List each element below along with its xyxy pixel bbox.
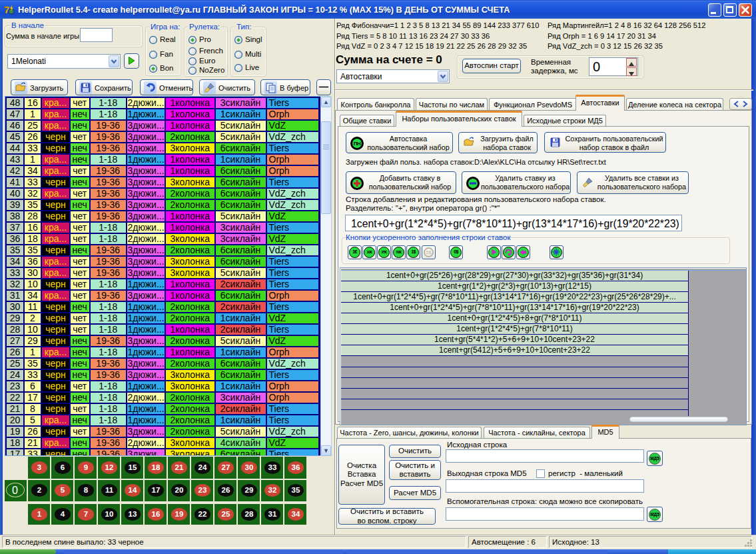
svg-text:7: 7 (4, 4, 9, 15)
